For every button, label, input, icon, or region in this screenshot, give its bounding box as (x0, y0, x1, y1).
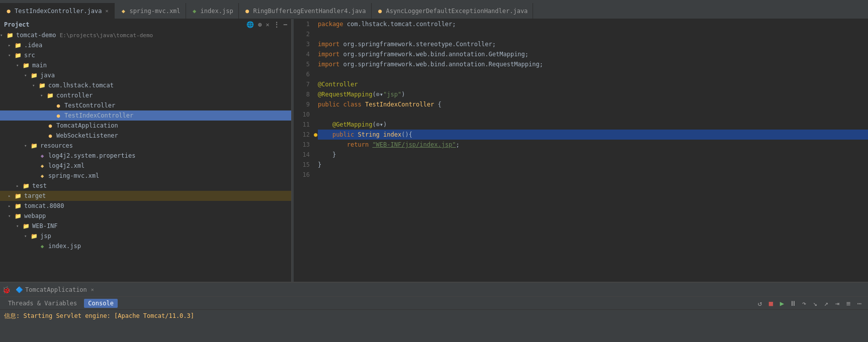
code-line-13: return "WEB-INF/jsp/index.jsp"; (318, 140, 868, 150)
tree-item-tomcat-demo[interactable]: ▾📁tomcat-demo E:\projects\java\tomcat-de… (0, 30, 291, 40)
editor-content: 12345678910111213141516 package com.lhst… (294, 19, 868, 282)
stop-button[interactable]: ■ (766, 299, 775, 308)
tab-index-jsp[interactable]: ◆ index.jsp (186, 3, 239, 19)
tree-item-websocketlistener[interactable]: ●WebSocketListener (0, 131, 291, 141)
gutter-debug-icon-12[interactable]: ● (314, 130, 317, 140)
code-line-3: import org.springframework.stereotype.Co… (318, 39, 868, 49)
line-number-4: 4 (294, 49, 310, 59)
line-number-15: 15 (294, 160, 310, 170)
code-line-14: } (318, 150, 868, 160)
tab-label: AsyncLoggerDefaultExceptionHandler.java (386, 8, 528, 15)
sidebar-header: Project 🌐 ⊕ ✕ ⋮ — (0, 19, 291, 30)
close-session-icon[interactable]: ✕ (91, 287, 94, 292)
debug-actions: ↺ ■ ▶ ⏸ ↷ ↘ ↗ ⇥ ≡ ⋯ (755, 299, 864, 308)
tree-item-com-lhstack-tomcat[interactable]: ▾📁com.lhstack.tomcat (0, 80, 291, 90)
code-line-6 (318, 69, 868, 79)
tree-item-controller[interactable]: ▾📁controller (0, 90, 291, 100)
tree-item-target[interactable]: ▸📁target (0, 191, 291, 201)
line-number-3: 3 (294, 39, 310, 49)
java-file-icon3: ● (377, 8, 384, 15)
code-line-4: import org.springframework.web.bind.anno… (318, 49, 868, 59)
tree-item-test[interactable]: ▸📁test (0, 181, 291, 191)
tree-item-index-jsp[interactable]: ◆index.jsp (0, 241, 291, 251)
code-line-15: } (318, 160, 868, 170)
main-area: Project 🌐 ⊕ ✕ ⋮ — ▾📁tomcat-demo E:\proje… (0, 19, 868, 282)
line-number-12: 12 (294, 130, 310, 140)
tab-console[interactable]: Console (84, 299, 118, 308)
tomcat-session-icon: 🔷 (16, 286, 23, 293)
more-debug-options[interactable]: ⋯ (855, 299, 864, 308)
step-out-button[interactable]: ↗ (822, 299, 831, 308)
line-number-10: 10 (294, 109, 310, 120)
project-sidebar: Project 🌐 ⊕ ✕ ⋮ — ▾📁tomcat-demo E:\proje… (0, 19, 292, 282)
tree-item-web-inf[interactable]: ▾📁WEB-INF (0, 221, 291, 231)
run-to-cursor-button[interactable]: ⇥ (833, 299, 842, 308)
line-number-14: 14 (294, 150, 310, 160)
tab-TomcatApplication[interactable]: 🔷 TomcatApplication ✕ (12, 285, 98, 294)
more-options-icon[interactable]: ⋮ (274, 21, 280, 28)
tree-item-java[interactable]: ▾📁java (0, 70, 291, 80)
editor-tab-bar: ● TestIndexController.java ✕ ◆ spring-mv… (0, 3, 868, 19)
threads-variables-label: Threads & Variables (8, 300, 77, 307)
tree-item--idea[interactable]: ▸📁.idea (0, 40, 291, 50)
close-sidebar-icon[interactable]: ✕ (266, 21, 270, 28)
jsp-file-icon: ◆ (191, 8, 198, 15)
line-number-9: 9 (294, 99, 310, 109)
tree-item-jsp[interactable]: ▾📁jsp (0, 231, 291, 241)
tree-item-testcontroller[interactable]: ●TestController (0, 100, 291, 110)
code-line-5: import org.springframework.web.bind.anno… (318, 59, 868, 69)
tab-spring-mvc[interactable]: ◆ spring-mvc.xml (115, 3, 186, 19)
tab-TestIndexController[interactable]: ● TestIndexController.java ✕ (0, 3, 115, 19)
tree-item-main[interactable]: ▾📁main (0, 60, 291, 70)
editor-area: 12345678910111213141516 package com.lhst… (294, 19, 868, 282)
resume-button[interactable]: ▶ (777, 299, 787, 308)
code-line-9: ✓public class TestIndexController { (318, 99, 868, 109)
console-label: Console (88, 300, 114, 307)
tree-item-log4j2-system-properties[interactable]: ◆log4j2.system.properties (0, 151, 291, 161)
file-tree: ▾📁tomcat-demo E:\projects\java\tomcat-de… (0, 30, 291, 251)
code-lines[interactable]: package com.lhstack.tomcat.controller; i… (314, 19, 868, 282)
code-line-7: @Controller (318, 79, 868, 89)
tree-item-tomcat-8080[interactable]: ▸📁tomcat.8080 (0, 201, 291, 211)
tree-item-log4j2-xml[interactable]: ◆log4j2.xml (0, 161, 291, 171)
sidebar-title: Project (4, 21, 30, 28)
tab-label: RingBufferLogEventHandler4.java (253, 8, 366, 15)
tree-item-spring-mvc-xml[interactable]: ◆spring-mvc.xml (0, 171, 291, 181)
tab-label: index.jsp (201, 8, 233, 15)
tree-item-testindexcontroller[interactable]: ●TestIndexController (0, 110, 291, 121)
line-number-13: 13 (294, 140, 310, 150)
step-into-button[interactable]: ↘ (811, 299, 820, 308)
step-over-button[interactable]: ↷ (800, 299, 809, 308)
line-number-16: 16 (294, 170, 310, 180)
settings-icon[interactable]: ⊕ (258, 21, 262, 28)
code-line-10 (318, 109, 868, 120)
code-line-16 (318, 170, 868, 180)
line-number-8: 8 (294, 89, 310, 99)
sidebar-header-icons: 🌐 ⊕ ✕ ⋮ — (246, 21, 287, 28)
tree-item-webapp[interactable]: ▾📁webapp (0, 211, 291, 221)
tab-label: TestIndexController.java (15, 8, 102, 15)
tab-RingBufferLogEventHandler4[interactable]: ● RingBufferLogEventHandler4.java (239, 3, 372, 19)
tab-AsyncLoggerDefaultExceptionHandler[interactable]: ● AsyncLoggerDefaultExceptionHandler.jav… (372, 3, 534, 19)
line-number-1: 1 (294, 19, 310, 29)
tree-item-resources[interactable]: ▾📁resources (0, 141, 291, 151)
minimize-icon[interactable]: — (284, 21, 287, 28)
line-number-6: 6 (294, 69, 310, 79)
code-line-12: ▶● public String index(){ (318, 130, 868, 140)
code-line-1: package com.lhstack.tomcat.controller; (318, 19, 868, 29)
tree-item-tomcatapplication[interactable]: ●TomcatApplication (0, 121, 291, 131)
console-text: 信息: Starting Servlet engine: [Apache Tom… (4, 312, 194, 319)
evaluate-button[interactable]: ≡ (844, 299, 853, 308)
xml-file-icon: ◆ (120, 8, 127, 15)
code-line-8: ▶@RequestMapping(⊙▾"jsp") (318, 89, 868, 99)
code-line-11: @GetMapping(⊙▾) (318, 120, 868, 130)
tree-item-src[interactable]: ▾📁src (0, 50, 291, 60)
code-line-2 (318, 29, 868, 39)
line-number-7: 7 (294, 79, 310, 89)
tab-close-TestIndexController[interactable]: ✕ (104, 8, 109, 14)
globe-icon[interactable]: 🌐 (246, 21, 254, 28)
line-numbers: 12345678910111213141516 (294, 19, 314, 282)
rerun-button[interactable]: ↺ (755, 299, 764, 308)
pause-button[interactable]: ⏸ (789, 299, 798, 308)
tab-threads-variables[interactable]: Threads & Variables (4, 299, 81, 308)
